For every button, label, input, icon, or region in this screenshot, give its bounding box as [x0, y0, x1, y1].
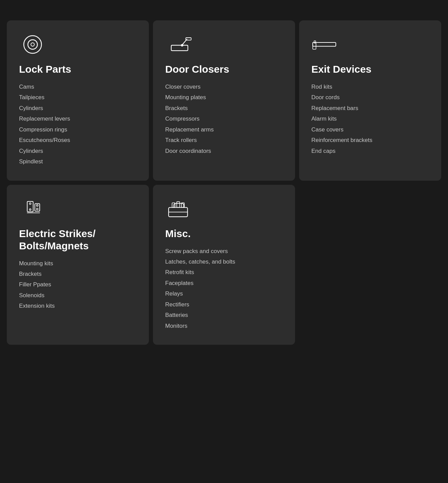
card-door-closers-title: Door Closers	[165, 63, 283, 75]
card-lock-parts[interactable]: Lock Parts CamsTailpiecesCylindersReplac…	[7, 20, 149, 181]
svg-rect-20	[177, 201, 180, 207]
list-item[interactable]: Tailpieces	[19, 92, 137, 103]
card-lock-parts-list: CamsTailpiecesCylindersReplacement lever…	[19, 82, 137, 167]
svg-point-2	[31, 43, 34, 46]
svg-point-15	[36, 208, 38, 210]
svg-point-12	[29, 209, 31, 210]
card-electric-strikes[interactable]: Electric Strikes/Bolts/Magnets Mounting …	[7, 185, 149, 345]
svg-point-6	[181, 44, 183, 46]
list-item[interactable]: Cams	[19, 82, 137, 92]
list-item[interactable]: Rod kits	[311, 82, 429, 92]
list-item[interactable]: Cylinders	[19, 146, 137, 156]
misc-icon	[165, 197, 283, 221]
list-item[interactable]: Brackets	[19, 269, 137, 279]
list-item[interactable]: Compressors	[165, 113, 283, 124]
list-item[interactable]: Batteries	[165, 310, 283, 320]
card-electric-strikes-list: Mounting kitsBracketsFiller PpatesSoleno…	[19, 258, 137, 311]
list-item[interactable]: Compression rings	[19, 124, 137, 135]
list-item[interactable]: Extension kits	[19, 301, 137, 311]
list-item[interactable]: Faceplates	[165, 278, 283, 288]
list-item[interactable]: Cylinders	[19, 103, 137, 113]
list-item[interactable]: Alarm kits	[311, 113, 429, 124]
list-item[interactable]: Replacement bars	[311, 103, 429, 113]
card-misc-list: Screw packs and coversLatches, catches, …	[165, 246, 283, 332]
list-item[interactable]: Brackets	[165, 103, 283, 113]
list-item[interactable]: Solenoids	[19, 290, 137, 301]
card-misc-title: Misc.	[165, 228, 283, 240]
electric-icon	[19, 197, 137, 221]
svg-point-0	[24, 36, 41, 53]
list-item[interactable]: Replacement levers	[19, 113, 137, 124]
card-door-closers-list: Closer coversMounting platesBracketsComp…	[165, 82, 283, 156]
card-exit-devices-title: Exit Devices	[311, 63, 429, 75]
card-electric-strikes-title: Electric Strikes/Bolts/Magnets	[19, 228, 137, 252]
list-item[interactable]: Closer covers	[165, 82, 283, 92]
category-grid: Lock Parts CamsTailpiecesCylindersReplac…	[7, 20, 441, 345]
card-exit-devices[interactable]: Exit Devices Rod kitsDoor cordsReplaceme…	[299, 20, 441, 181]
card-misc[interactable]: Misc. Screw packs and coversLatches, cat…	[153, 185, 295, 345]
card-door-closers[interactable]: Door Closers Closer coversMounting plate…	[153, 20, 295, 181]
list-item[interactable]: Replacement arms	[165, 124, 283, 135]
list-item[interactable]: Mounting kits	[19, 258, 137, 269]
list-item[interactable]: Screw packs and covers	[165, 246, 283, 256]
card-lock-parts-title: Lock Parts	[19, 63, 137, 75]
list-item[interactable]: Track rollers	[165, 135, 283, 145]
list-item[interactable]: End caps	[311, 146, 429, 156]
list-item[interactable]: Rectifiers	[165, 299, 283, 310]
list-item[interactable]: Filler Ppates	[19, 279, 137, 290]
list-item[interactable]: Door cords	[311, 92, 429, 103]
svg-point-14	[36, 204, 38, 206]
list-item[interactable]: Door coordinators	[165, 146, 283, 156]
door-closer-icon	[165, 33, 283, 56]
list-item[interactable]: Retrofit kits	[165, 267, 283, 278]
list-item[interactable]: Reinforcement brackets	[311, 135, 429, 145]
svg-point-11	[29, 203, 31, 204]
list-item[interactable]: Spindlest	[19, 156, 137, 167]
exit-device-icon	[311, 33, 429, 56]
list-item[interactable]: Latches, catches, and bolts	[165, 256, 283, 267]
card-exit-devices-list: Rod kitsDoor cordsReplacement barsAlarm …	[311, 82, 429, 156]
list-item[interactable]: Escutcheons/Roses	[19, 135, 137, 145]
list-item[interactable]: Mounting plates	[165, 92, 283, 103]
lock-icon	[19, 33, 137, 56]
list-item[interactable]: Case covers	[311, 124, 429, 135]
svg-rect-3	[171, 45, 188, 51]
list-item[interactable]: Relays	[165, 288, 283, 299]
svg-point-1	[28, 40, 37, 49]
list-item[interactable]: Monitors	[165, 321, 283, 331]
